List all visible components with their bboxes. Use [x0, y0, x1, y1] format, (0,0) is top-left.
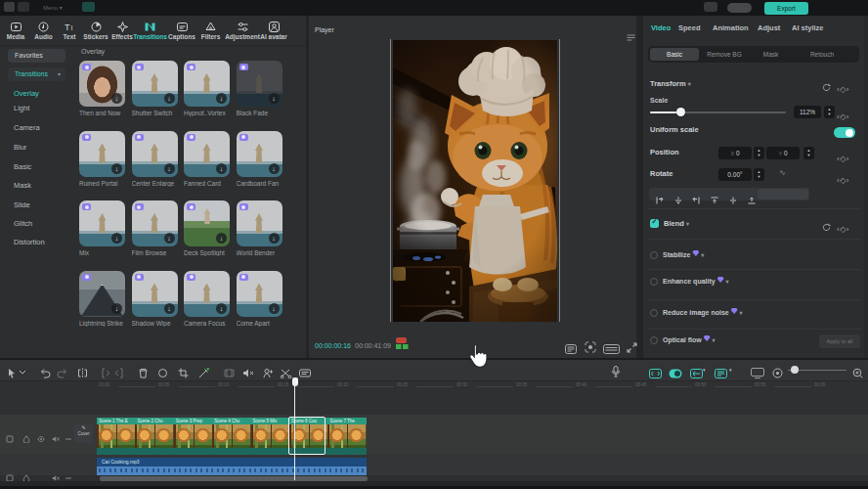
- svg-text:I: I: [70, 24, 72, 31]
- svg-text:T: T: [65, 22, 70, 32]
